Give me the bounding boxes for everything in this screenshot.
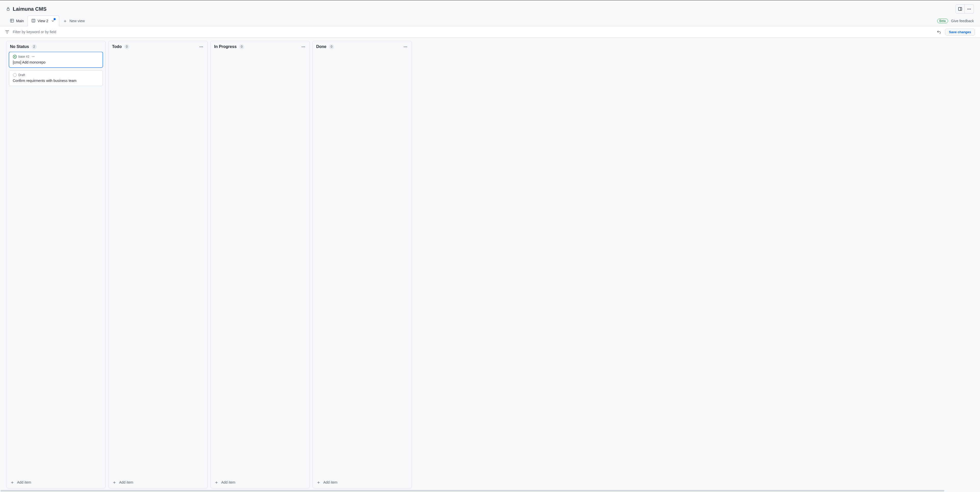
add-item-button[interactable]: ＋Add item	[108, 478, 207, 488]
svg-rect-1	[959, 7, 962, 10]
give-feedback-link[interactable]: Give feedback	[951, 19, 974, 23]
discard-changes-button[interactable]	[935, 28, 942, 35]
column-menu-button[interactable]	[301, 45, 306, 48]
svg-rect-3	[11, 19, 14, 22]
plus-icon: ＋	[316, 480, 321, 485]
views-tabs-row: Main View 2 ＋ New view	[0, 16, 980, 26]
kebab-icon	[967, 9, 971, 10]
column-count-badge: 0	[329, 44, 334, 49]
add-item-button[interactable]: ＋Add item	[6, 478, 105, 488]
chevron-down-icon	[52, 20, 54, 22]
card-meta: base #2	[13, 55, 99, 59]
svg-point-14	[13, 73, 17, 77]
save-changes-button[interactable]: Save changes	[945, 29, 975, 35]
column-menu-button[interactable]	[403, 45, 408, 48]
column-title: In Progress	[214, 45, 237, 49]
new-view-label: New view	[69, 19, 85, 23]
column-body	[210, 52, 310, 478]
project-menu-button[interactable]	[965, 4, 974, 14]
filter-bar: Save changes	[0, 26, 980, 38]
tab-label: Main	[16, 19, 24, 23]
filter-input[interactable]	[13, 30, 935, 34]
beta-badge: Beta	[937, 19, 948, 23]
column-title: Todo	[112, 45, 122, 49]
undo-icon	[937, 30, 941, 34]
svg-rect-0	[7, 9, 10, 10]
plus-icon: ＋	[214, 480, 219, 485]
add-item-button[interactable]: ＋Add item	[313, 478, 412, 488]
column-menu-button[interactable]	[199, 45, 204, 48]
board-column: In Progress0＋Add item	[210, 41, 310, 489]
column-count-badge: 0	[239, 44, 244, 49]
tab-view2[interactable]: View 2	[27, 16, 59, 26]
table-icon	[10, 19, 14, 24]
add-item-button[interactable]: ＋Add item	[210, 478, 310, 488]
column-count-badge: 2	[32, 44, 37, 49]
tab-label: View 2	[38, 19, 48, 23]
add-item-label: Add item	[119, 480, 133, 484]
project-title: Laimuna CMS	[13, 6, 46, 12]
column-title: No Status	[10, 45, 29, 49]
column-header: Todo0	[108, 41, 207, 52]
card-meta-text: Draft	[18, 73, 25, 77]
svg-point-13	[14, 56, 15, 57]
filter-icon[interactable]	[5, 30, 9, 33]
panel-icon	[958, 7, 962, 11]
issue-open-icon	[13, 55, 17, 59]
unsaved-indicator-icon	[54, 18, 56, 20]
board-card[interactable]: DraftConfirm requirments with business t…	[9, 70, 103, 86]
card-title: [cms] Add monorepo	[13, 60, 99, 64]
board: No Status2base #2[cms] Add monorepoDraft…	[0, 38, 980, 489]
column-header: In Progress0	[210, 41, 310, 52]
column-count-badge: 0	[124, 44, 129, 49]
column-body	[108, 52, 207, 478]
card-meta-text: base #2	[18, 55, 29, 59]
column-header: No Status2	[6, 41, 105, 52]
lock-icon	[6, 7, 10, 11]
horizontal-scrollbar[interactable]	[0, 489, 980, 492]
draft-icon	[13, 73, 17, 77]
board-card[interactable]: base #2[cms] Add monorepo	[9, 52, 103, 68]
plus-icon: ＋	[112, 480, 117, 485]
add-item-label: Add item	[17, 480, 31, 484]
add-item-label: Add item	[323, 480, 337, 484]
panel-toggle-button[interactable]	[956, 4, 965, 14]
tab-dropdown-button[interactable]	[50, 18, 56, 24]
project-header: Laimuna CMS	[0, 0, 980, 16]
column-title: Done	[316, 45, 326, 49]
board-icon	[32, 19, 35, 24]
card-meta: Draft	[13, 73, 99, 77]
add-item-label: Add item	[221, 480, 235, 484]
board-column: Todo0＋Add item	[108, 41, 208, 489]
column-body	[313, 52, 412, 478]
plus-icon: ＋	[63, 19, 67, 23]
board-column: Done0＋Add item	[312, 41, 412, 489]
svg-rect-6	[32, 19, 35, 22]
column-header: Done0	[313, 41, 412, 52]
card-menu-button[interactable]	[31, 56, 36, 58]
new-view-button[interactable]: ＋ New view	[59, 16, 88, 26]
tab-main[interactable]: Main	[6, 16, 27, 26]
plus-icon: ＋	[10, 480, 14, 485]
board-column: No Status2base #2[cms] Add monorepoDraft…	[6, 41, 106, 489]
column-body: base #2[cms] Add monorepoDraftConfirm re…	[6, 52, 105, 478]
card-title: Confirm requirments with business team	[13, 79, 99, 83]
